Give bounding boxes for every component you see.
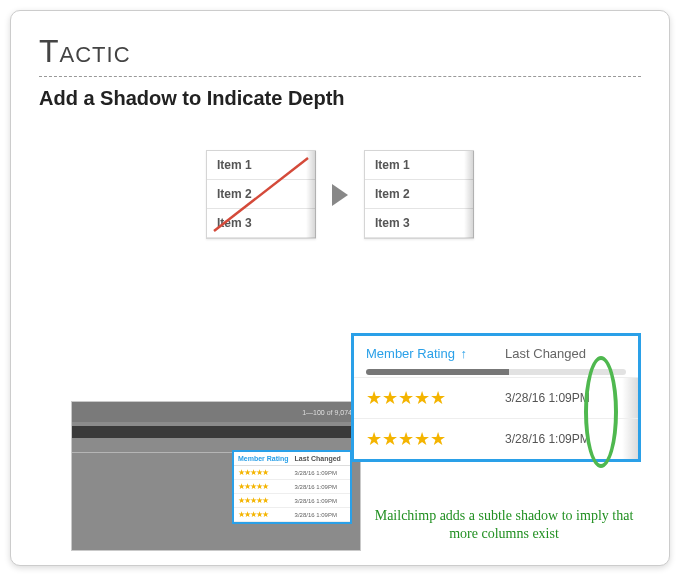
stars-icon: ★★★★★ — [238, 468, 295, 477]
table-row: ★★★★★ 3/28/16 1:09PM — [354, 418, 638, 459]
section-label: Tactic — [39, 33, 641, 77]
mini-callout: Member Rating Last Changed ★★★★★3/28/16 … — [232, 450, 352, 524]
tactic-title: Add a Shadow to Indicate Depth — [39, 87, 641, 110]
pager-text: 1—100 of 9,074 — [302, 409, 352, 416]
list-item: Item 1 — [207, 151, 315, 180]
example-block: 1—100 of 9,074 Member Rating Last Change… — [11, 325, 669, 565]
table-row: ★★★★★ 3/28/16 1:09PM — [354, 377, 638, 418]
horizontal-scrollbar[interactable] — [366, 369, 626, 375]
depth-shadow — [622, 419, 638, 459]
stars-icon: ★★★★★ — [366, 428, 505, 450]
background-screenshot: 1—100 of 9,074 Member Rating Last Change… — [71, 401, 361, 551]
annotation-caption: Mailchimp adds a subtle shadow to imply … — [369, 507, 639, 543]
list-item: Item 3 — [365, 209, 473, 238]
list-item: Item 2 — [365, 180, 473, 209]
stars-icon: ★★★★★ — [238, 496, 295, 505]
bad-example: Item 1 Item 2 Item 3 — [206, 150, 316, 239]
timestamp: 3/28/16 1:09PM — [505, 432, 626, 446]
stars-icon: ★★★★★ — [238, 482, 295, 491]
depth-shadow — [622, 378, 638, 418]
list-item: Item 2 — [207, 180, 315, 209]
col-header-rating: Member Rating ↑ — [366, 346, 505, 361]
timestamp: 3/28/16 1:09PM — [295, 484, 346, 490]
good-example: Item 1 Item 2 Item 3 — [364, 150, 474, 239]
timestamp: 3/28/16 1:09PM — [295, 512, 346, 518]
timestamp: 3/28/16 1:09PM — [505, 391, 626, 405]
col-header-changed: Last Changed — [505, 346, 626, 361]
list-item: Item 3 — [207, 209, 315, 238]
arrow-right-icon — [332, 184, 348, 206]
list-item: Item 1 — [365, 151, 473, 180]
zoom-callout: Member Rating ↑ Last Changed ★★★★★ 3/28/… — [351, 333, 641, 462]
sort-asc-icon: ↑ — [461, 346, 468, 361]
col-header-changed: Last Changed — [295, 455, 346, 462]
col-header-rating: Member Rating — [238, 455, 295, 462]
stars-icon: ★★★★★ — [238, 510, 295, 519]
stars-icon: ★★★★★ — [366, 387, 505, 409]
timestamp: 3/28/16 1:09PM — [295, 498, 346, 504]
tactic-card: Tactic Add a Shadow to Indicate Depth It… — [10, 10, 670, 566]
comparison-row: Item 1 Item 2 Item 3 Item 1 Item 2 Item … — [39, 150, 641, 239]
timestamp: 3/28/16 1:09PM — [295, 470, 346, 476]
